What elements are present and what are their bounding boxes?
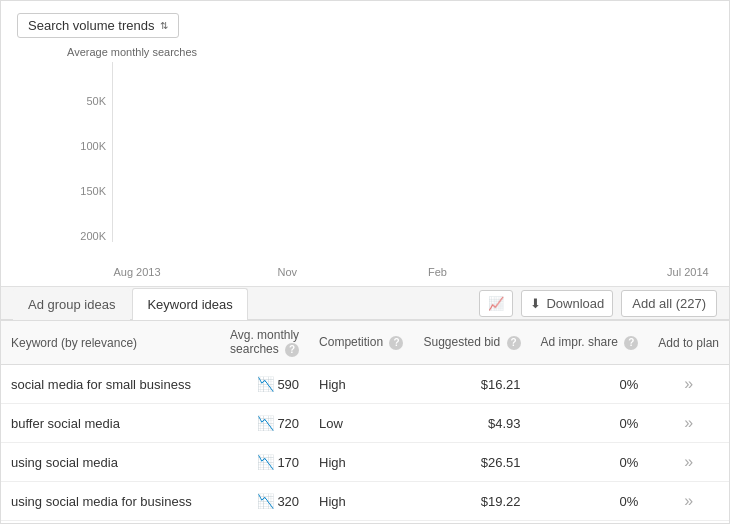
bid-cell: $19.22: [413, 482, 530, 521]
tab-keyword-ideas[interactable]: Keyword ideas: [132, 288, 247, 320]
x-label: Nov: [262, 266, 312, 278]
trend-icon: 📉: [257, 493, 274, 509]
table-header: Keyword (by relevance) Avg. monthlysearc…: [1, 321, 729, 365]
y-axis-label: Average monthly searches: [67, 46, 713, 58]
avg-help-icon[interactable]: ?: [285, 343, 299, 357]
competition-cell: High: [309, 482, 413, 521]
y-axis: 200K150K100K50K: [67, 62, 112, 242]
tabs-actions: 📈 ⬇ Download Add all (227): [479, 290, 717, 317]
y-tick: 100K: [67, 141, 112, 152]
competition-help-icon[interactable]: ?: [389, 336, 403, 350]
x-labels: Aug 2013NovFebJul 2014: [112, 262, 713, 278]
y-tick: 50K: [67, 96, 112, 107]
adimpr-cell: 0%: [531, 404, 649, 443]
avg-searches-cell: 📉 720: [212, 404, 309, 443]
bars-container: [112, 62, 713, 242]
chart-title-arrows: ⇅: [160, 20, 168, 31]
trend-icon: 📉: [257, 376, 274, 392]
add-all-button[interactable]: Add all (227): [621, 290, 717, 317]
col-header-keyword: Keyword (by relevance): [1, 321, 212, 365]
trend-icon: 📉: [257, 415, 274, 431]
keyword-cell: using social media: [1, 443, 212, 482]
x-label: Aug 2013: [112, 266, 162, 278]
col-header-avg: Avg. monthlysearches ?: [212, 321, 309, 365]
col-header-adimpr: Ad impr. share ?: [531, 321, 649, 365]
x-label: [212, 266, 262, 278]
keyword-cell: using social media for business: [1, 482, 212, 521]
chart-wrapper: 200K150K100K50K: [67, 62, 713, 262]
y-tick: 200K: [67, 231, 112, 242]
chart-title-button[interactable]: Search volume trends ⇅: [17, 13, 179, 38]
avg-searches-cell: 📉 320: [212, 482, 309, 521]
col-header-competition: Competition ?: [309, 321, 413, 365]
col-header-addtoplan: Add to plan: [648, 321, 729, 365]
add-chevron-icon[interactable]: »: [684, 414, 693, 431]
x-label: [613, 266, 663, 278]
add-chevron-icon[interactable]: »: [684, 375, 693, 392]
table-body: social media for small business 📉 590 Hi…: [1, 365, 729, 521]
competition-cell: High: [309, 443, 413, 482]
chart-view-button[interactable]: 📈: [479, 290, 513, 317]
bid-cell: $4.93: [413, 404, 530, 443]
chart-section: Search volume trends ⇅ Average monthly s…: [1, 1, 729, 287]
x-label: [463, 266, 513, 278]
x-label: [563, 266, 613, 278]
add-to-plan-cell: »: [648, 482, 729, 521]
bid-cell: $26.51: [413, 443, 530, 482]
x-label: Jul 2014: [663, 266, 713, 278]
competition-cell: Low: [309, 404, 413, 443]
avg-searches-cell: 📉 590: [212, 365, 309, 404]
col-header-bid: Suggested bid ?: [413, 321, 530, 365]
x-label: [312, 266, 362, 278]
download-label: Download: [546, 296, 604, 311]
download-button[interactable]: ⬇ Download: [521, 290, 613, 317]
x-label: [162, 266, 212, 278]
add-chevron-icon[interactable]: »: [684, 453, 693, 470]
keyword-cell: social media for small business: [1, 365, 212, 404]
avg-searches-cell: 📉 170: [212, 443, 309, 482]
add-to-plan-cell: »: [648, 404, 729, 443]
adimpr-help-icon[interactable]: ?: [624, 336, 638, 350]
table-row: buffer social media 📉 720 Low $4.93 0% »: [1, 404, 729, 443]
x-label: [513, 266, 563, 278]
tabs-row: Ad group ideas Keyword ideas 📈 ⬇ Downloa…: [1, 287, 729, 320]
chart-area: Average monthly searches 200K150K100K50K…: [17, 46, 713, 278]
chart-header: Search volume trends ⇅: [17, 13, 713, 38]
add-chevron-icon[interactable]: »: [684, 492, 693, 509]
adimpr-cell: 0%: [531, 482, 649, 521]
x-label: [362, 266, 412, 278]
add-all-label: Add all (227): [632, 296, 706, 311]
keyword-table: Keyword (by relevance) Avg. monthlysearc…: [1, 320, 729, 521]
y-tick: 150K: [67, 186, 112, 197]
add-to-plan-cell: »: [648, 443, 729, 482]
download-icon: ⬇: [530, 296, 541, 311]
main-container: Search volume trends ⇅ Average monthly s…: [0, 0, 730, 524]
tab-ad-group-ideas[interactable]: Ad group ideas: [13, 288, 130, 320]
adimpr-cell: 0%: [531, 365, 649, 404]
table-row: using social media for business 📉 320 Hi…: [1, 482, 729, 521]
add-to-plan-cell: »: [648, 365, 729, 404]
table-row: using social media 📉 170 High $26.51 0% …: [1, 443, 729, 482]
table-section: Ad group ideas Keyword ideas 📈 ⬇ Downloa…: [1, 287, 729, 521]
trend-icon: 📉: [257, 454, 274, 470]
bid-help-icon[interactable]: ?: [507, 336, 521, 350]
keyword-cell: buffer social media: [1, 404, 212, 443]
chart-view-icon: 📈: [488, 296, 504, 311]
bid-cell: $16.21: [413, 365, 530, 404]
adimpr-cell: 0%: [531, 443, 649, 482]
competition-cell: High: [309, 365, 413, 404]
chart-title-label: Search volume trends: [28, 18, 154, 33]
table-row: social media for small business 📉 590 Hi…: [1, 365, 729, 404]
x-label: Feb: [412, 266, 462, 278]
